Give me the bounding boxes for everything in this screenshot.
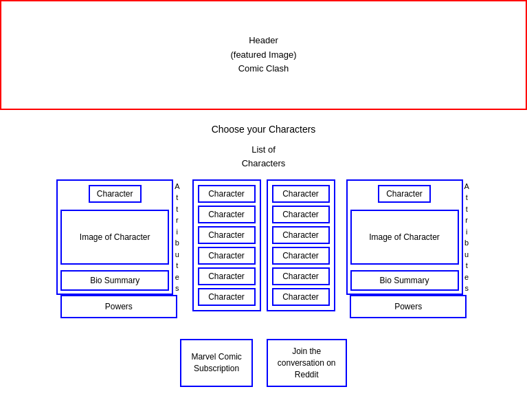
list1-item-5[interactable]: Character <box>198 288 256 306</box>
header-line2: (featured Image) <box>230 48 296 63</box>
left-card-wrapper: Character Image of Character Bio Summary… <box>56 179 181 318</box>
main-section: Choose your Characters List of Character… <box>0 110 527 415</box>
right-card-with-attrs: Character Image of Character Bio Summary… <box>346 179 471 295</box>
right-attributes-col: Attributes <box>463 179 471 295</box>
list2-item-4[interactable]: Character <box>272 267 330 285</box>
header-line3: Comic Clash <box>230 62 296 76</box>
list2-item-2[interactable]: Character <box>272 226 330 244</box>
bottom-row: Marvel Comic Subscription Join the conve… <box>7 339 520 387</box>
btn2-line2: conversation on <box>278 358 336 368</box>
list2-item-1[interactable]: Character <box>272 206 330 223</box>
right-character-card: Character Image of Character Bio Summary <box>346 179 463 295</box>
left-powers-btn[interactable]: Powers <box>60 295 177 318</box>
btn2-line1: Join the <box>292 346 321 356</box>
list2-item-5[interactable]: Character <box>272 288 330 306</box>
list-header: List of Characters <box>7 143 520 170</box>
cards-row: Character Image of Character Bio Summary… <box>7 179 520 318</box>
list2-item-3[interactable]: Character <box>272 247 330 265</box>
list1-item-4[interactable]: Character <box>198 267 256 285</box>
right-top-char-btn[interactable]: Character <box>378 185 431 203</box>
reddit-btn[interactable]: Join the conversation on Reddit <box>267 339 347 387</box>
right-image-box: Image of Character <box>350 210 459 265</box>
left-character-card: Character Image of Character Bio Summary <box>56 179 173 295</box>
header-line1: Header <box>230 34 296 48</box>
btn2-line3: Reddit <box>295 370 319 379</box>
right-powers-btn[interactable]: Powers <box>350 295 467 318</box>
list-column-2: Character Character Character Character … <box>267 179 335 311</box>
header-section: Header (featured Image) Comic Clash <box>0 0 527 110</box>
list-label-line2: Characters <box>242 158 286 168</box>
list1-item-0[interactable]: Character <box>198 185 256 203</box>
list2-item-0[interactable]: Character <box>272 185 330 203</box>
left-top-char-btn[interactable]: Character <box>89 185 142 203</box>
marvel-subscription-btn[interactable]: Marvel Comic Subscription <box>180 339 252 387</box>
right-bio-box: Bio Summary <box>350 270 459 291</box>
header-text: Header (featured Image) Comic Clash <box>230 34 296 76</box>
list-label-line1: List of <box>251 144 276 155</box>
left-attributes-col: Attributes <box>173 179 181 295</box>
right-card-top: Character <box>348 181 462 207</box>
left-image-box: Image of Character <box>60 210 169 265</box>
list1-item-2[interactable]: Character <box>198 226 256 244</box>
right-card-wrapper: Character Image of Character Bio Summary… <box>346 179 471 318</box>
list-column-1: Character Character Character Character … <box>192 179 261 311</box>
middle-lists: Character Character Character Character … <box>192 179 335 311</box>
list1-item-3[interactable]: Character <box>198 247 256 265</box>
btn1-line2: Subscription <box>194 364 239 373</box>
left-bio-box: Bio Summary <box>60 270 169 291</box>
left-card-top: Character <box>58 181 172 207</box>
btn1-line1: Marvel Comic <box>191 352 241 362</box>
page-title: Choose your Characters <box>7 124 520 135</box>
left-card-with-attrs: Character Image of Character Bio Summary… <box>56 179 181 295</box>
list1-item-1[interactable]: Character <box>198 206 256 223</box>
